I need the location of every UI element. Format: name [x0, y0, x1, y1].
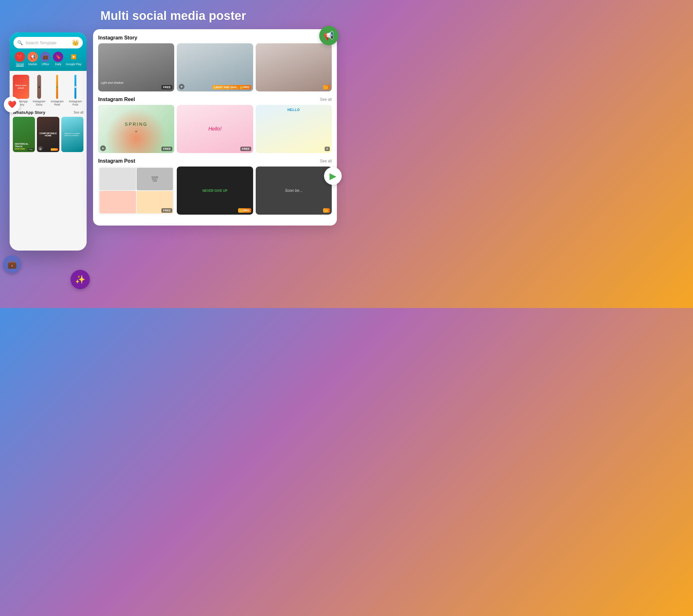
- is3-badge: 👑: [323, 85, 330, 90]
- whatsapp-card-3[interactable]: Adhere to a belief,there is a dream...: [61, 117, 83, 152]
- ig-reel-title: Instagram Reel: [98, 97, 135, 102]
- whatsapp-card-2[interactable]: COMFORTABLEHOME ▶ 👑PRO: [37, 117, 59, 152]
- gplay-float-icon: ▶: [324, 167, 342, 185]
- ig-story-title: Instagram Story: [98, 35, 137, 41]
- whatsapp-section-header: WhatsApp Story See all: [13, 110, 83, 115]
- tab-market-label: Market: [28, 63, 37, 66]
- template-label-ig-story: Instagram Story: [31, 100, 47, 106]
- template-item-instagram-post[interactable]: 📄 Instagram Post: [67, 75, 84, 106]
- page-title: Multi social media poster: [0, 0, 346, 29]
- crown-icon: 👑: [72, 39, 79, 46]
- nav-tabs: ❤️ Social 📢 Market 💼 Office 🔖 Daily: [14, 52, 83, 68]
- template-item-instagram-story[interactable]: 📱 Instagram Story: [31, 75, 47, 106]
- phone-mockup: ❤️ 💼 ✨ 🔍 Search Template 👑 ❤️ Social: [9, 33, 87, 305]
- card1-badge: FREE: [27, 148, 34, 151]
- ig-story-section: Instagram Story See all Light and shadow…: [98, 35, 332, 92]
- ig-post-card-1[interactable]: SHAREDAILYLIFE FREE: [98, 166, 174, 215]
- ig-story-card-2[interactable]: ▶ LIGHT AND SHA... 👑PRO: [177, 43, 253, 92]
- tab-gplay-label: Google Play: [66, 63, 81, 66]
- ig-reel-header: Instagram Reel See all: [98, 97, 332, 102]
- ip2-badge: 👑PRO: [238, 208, 251, 213]
- ir1-play-icon: ▶: [100, 145, 106, 151]
- ig-story-cards: Light and shadow FREE ▶ LIGHT AND SHA...…: [98, 43, 332, 92]
- tab-market[interactable]: 📢 Market: [27, 52, 38, 66]
- ig-reel-section: Instagram Reel See all SPRING " ▶ FREE: [98, 97, 332, 153]
- is2-play-icon: ▶: [179, 84, 184, 90]
- whatsapp-card-1[interactable]: HISTORICALTRACKFROM CHINA FREE: [13, 117, 35, 152]
- template-label-ig-reel: Instagram Reel: [49, 100, 65, 106]
- ig-reel-card-2[interactable]: Hello! FREE: [177, 105, 253, 153]
- ig-story-card-3[interactable]: 👑: [256, 43, 332, 92]
- right-panel-wrapper: 📢 ▶ Instagram Story See all Light and sh…: [93, 29, 337, 305]
- phone-frame: 🔍 Search Template 👑 ❤️ Social 📢 Market: [9, 33, 87, 251]
- tab-office-label: Office: [42, 63, 49, 66]
- is2-badge: LIGHT AND SHA... 👑PRO: [212, 85, 251, 90]
- ig-post-see-all[interactable]: See all: [320, 159, 332, 163]
- search-bar[interactable]: 🔍 Search Template 👑: [14, 37, 83, 48]
- star-float-icon: ✨: [71, 270, 90, 289]
- search-icon: 🔍: [17, 40, 23, 45]
- ig-reel-cards: SPRING " ▶ FREE Hello! FREE: [98, 105, 332, 153]
- tab-daily-label: Daily: [55, 63, 61, 66]
- tab-office[interactable]: 💼 Office: [40, 52, 51, 66]
- ip3-badge: 👑: [323, 208, 330, 213]
- ig-story-card-1[interactable]: Light and shadow FREE: [98, 43, 174, 92]
- is1-label: Light and shadow: [101, 81, 123, 84]
- gplay-icon: ▶️: [69, 52, 79, 62]
- whatsapp-section-title: WhatsApp Story: [13, 110, 45, 115]
- ig-post-title: Instagram Post: [98, 158, 135, 164]
- briefcase-float-icon: 💼: [3, 255, 21, 273]
- template-grid: Reach more people WhatsApp Story 📱 Insta…: [13, 75, 83, 106]
- phone-header: 🔍 Search Template 👑 ❤️ Social 📢 Market: [9, 33, 87, 71]
- daily-icon: 🔖: [53, 52, 63, 62]
- ig-post-section: Instagram Post See all SHAREDAILYLIFE FR…: [98, 158, 332, 215]
- ig-reel-card-1[interactable]: SPRING " ▶ FREE: [98, 105, 174, 153]
- card2-badge: 👑PRO: [51, 148, 58, 151]
- ig-post-card-2[interactable]: NEVER GIVE UP 👑PRO: [177, 166, 253, 215]
- template-label-ig-post: Instagram Post: [67, 100, 84, 106]
- tab-google-play[interactable]: ▶️ Google Play: [66, 52, 81, 66]
- social-icon: ❤️: [15, 52, 25, 62]
- ig-post-header: Instagram Post See all: [98, 158, 332, 164]
- ig-reel-card-3[interactable]: HELLO F: [256, 105, 332, 153]
- office-icon: 💼: [40, 52, 51, 62]
- ig-reel-see-all[interactable]: See all: [320, 97, 332, 102]
- ig-post-cards: SHAREDAILYLIFE FREE NEVER GIVE UP 👑PRO: [98, 166, 332, 215]
- market-icon: 📢: [27, 52, 38, 62]
- search-input-placeholder: Search Template: [25, 40, 69, 45]
- tab-social[interactable]: ❤️ Social: [15, 52, 25, 66]
- right-panel: Instagram Story See all Light and shadow…: [93, 29, 337, 225]
- ig-story-header: Instagram Story See all: [98, 35, 332, 41]
- announce-float-icon: 📢: [319, 26, 338, 45]
- ir2-badge: FREE: [240, 146, 251, 151]
- phone-body: Reach more people WhatsApp Story 📱 Insta…: [9, 71, 87, 251]
- tab-social-label: Social: [16, 63, 24, 66]
- ir1-badge: FREE: [161, 146, 172, 151]
- tab-daily[interactable]: 🔖 Daily: [53, 52, 63, 66]
- whatsapp-see-all[interactable]: See all: [74, 111, 83, 114]
- ig-post-card-3[interactable]: Soon be... 👑: [256, 166, 332, 215]
- ir3-badge: F: [325, 146, 330, 151]
- heart-float-icon: ❤️: [4, 97, 20, 113]
- ip1-badge: FREE: [161, 208, 172, 213]
- is1-badge: FREE: [161, 85, 172, 90]
- template-item-instagram-reel[interactable]: 🌿 Instagram Reel: [49, 75, 65, 106]
- whatsapp-story-cards: HISTORICALTRACKFROM CHINA FREE COMFORTAB…: [13, 117, 83, 152]
